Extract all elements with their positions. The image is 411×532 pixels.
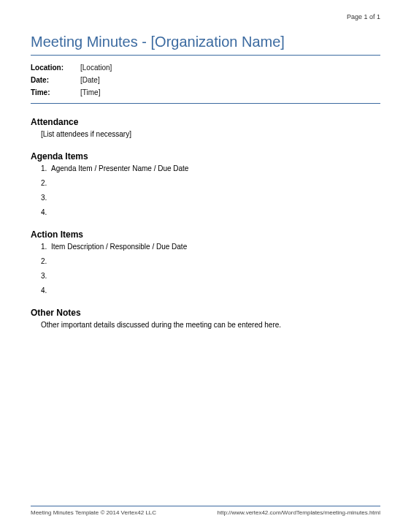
attendance-heading: Attendance bbox=[31, 117, 380, 127]
date-value: [Date] bbox=[80, 76, 100, 84]
agenda-heading: Agenda Items bbox=[31, 151, 380, 162]
attendance-body: [List attendees if necessary] bbox=[31, 130, 380, 138]
list-item: 4. bbox=[41, 286, 380, 294]
other-notes-heading: Other Notes bbox=[31, 308, 380, 318]
list-item: 1.Agenda Item / Presenter Name / Due Dat… bbox=[41, 164, 380, 172]
action-item-text: Item Description / Responsible / Due Dat… bbox=[51, 243, 187, 251]
list-item: 3. bbox=[41, 272, 380, 280]
meta-row-date: Date: [Date] bbox=[31, 74, 380, 86]
list-item: 3. bbox=[41, 194, 380, 202]
other-notes-body: Other important details discussed during… bbox=[31, 321, 380, 329]
footer: Meeting Minutes Template © 2014 Vertex42… bbox=[31, 506, 380, 516]
list-item: 1.Item Description / Responsible / Due D… bbox=[41, 243, 380, 251]
meta-block: Location: [Location] Date: [Date] Time: … bbox=[31, 61, 380, 104]
footer-copyright: Meeting Minutes Template © 2014 Vertex42… bbox=[31, 509, 156, 516]
location-label: Location: bbox=[31, 64, 80, 72]
agenda-item-text: Agenda Item / Presenter Name / Due Date bbox=[51, 164, 188, 172]
page-number: Page 1 of 1 bbox=[347, 13, 380, 20]
actions-heading: Action Items bbox=[31, 229, 380, 240]
attendance-section: Attendance [List attendees if necessary] bbox=[31, 117, 380, 138]
footer-link[interactable]: http://www.vertex42.com/WordTemplates/me… bbox=[218, 509, 381, 516]
list-item: 4. bbox=[41, 208, 380, 216]
time-label: Time: bbox=[31, 88, 80, 96]
meta-row-time: Time: [Time] bbox=[31, 86, 380, 99]
agenda-list: 1.Agenda Item / Presenter Name / Due Dat… bbox=[31, 164, 380, 216]
list-item: 2. bbox=[41, 179, 380, 187]
location-value: [Location] bbox=[80, 64, 112, 72]
meta-row-location: Location: [Location] bbox=[31, 61, 380, 74]
other-notes-section: Other Notes Other important details disc… bbox=[31, 308, 380, 329]
date-label: Date: bbox=[31, 76, 80, 84]
document-title: Meeting Minutes - [Organization Name] bbox=[31, 34, 380, 56]
list-item: 2. bbox=[41, 257, 380, 265]
meta-divider bbox=[31, 103, 380, 104]
actions-list: 1.Item Description / Responsible / Due D… bbox=[31, 243, 380, 294]
agenda-section: Agenda Items 1.Agenda Item / Presenter N… bbox=[31, 151, 380, 216]
actions-section: Action Items 1.Item Description / Respon… bbox=[31, 229, 380, 294]
time-value: [Time] bbox=[80, 88, 100, 96]
